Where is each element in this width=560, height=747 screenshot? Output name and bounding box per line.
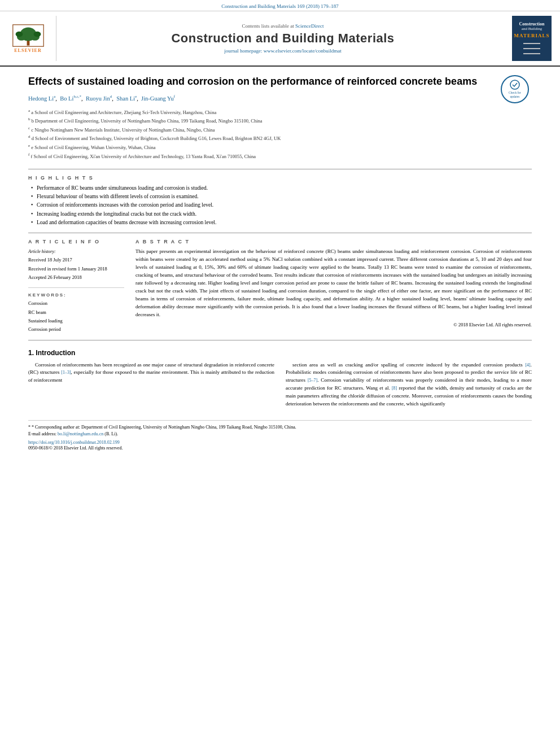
info-abstract-section: A R T I C L E I N F O Article history: R… [28,239,532,334]
issn-line: 0950-0618/© 2018 Elsevier Ltd. All right… [28,445,532,452]
doi-line[interactable]: https://doi.org/10.1016/j.conbuildmat.20… [28,440,532,445]
ref-8: [8] [392,386,397,391]
affiliations-block: a a School of Civil Engineering and Arch… [28,108,492,160]
affiliation-a: a a School of Civil Engineering and Arch… [28,108,492,116]
elsevier-brand-text: ELSEVIER [14,48,41,53]
article-title-section: Effects of sustained loading and corrosi… [28,75,532,163]
page: Construction and Building Materials 169 … [0,0,560,747]
authors-line: Hedong Lia, Bo Lib,c,*, Ruoyu Jind, Shan… [28,94,492,103]
journal-header: ELSEVIER Contents lists available at Sci… [0,11,560,67]
article-content: Effects of sustained loading and corrosi… [0,67,560,460]
divider-after-title [28,169,532,169]
check-updates-icon [509,80,520,90]
history-label: Article history: [28,248,124,256]
highlight-item-3: Corrosion of reinforcements increases wi… [31,201,532,209]
revised-date: Received in revised form 1 January 2018 [28,265,124,273]
logo-construction: Construction [514,21,550,27]
logo-materials: MATERIALS [514,33,550,39]
ref-5-7: [5–7] [308,378,317,383]
journal-center-section: Contents lists available at ScienceDirec… [62,16,504,61]
email-name: (B. Li). [104,431,118,436]
introduction-section: 1. Introduction Corrosion of reinforceme… [28,349,532,412]
elsevier-tree-icon [11,24,45,47]
email-address[interactable]: bo.li@nottingham.edu.cn [58,431,103,436]
article-info-col: A R T I C L E I N F O Article history: R… [28,239,124,334]
sciencedirect-link[interactable]: ScienceDirect [295,23,323,29]
keywords-block: Keywords: Corrosion RC beam Sustained lo… [28,292,124,334]
keyword-3: Sustained loading [28,317,124,325]
article-title: Effects of sustained loading and corrosi… [28,75,492,88]
intro-para1: Corrosion of reinforcements has been rec… [28,361,274,385]
highlights-section: H I G H L I G H T S Performance of RC be… [28,175,532,227]
affiliation-f: f f School of Civil Engineering, Xi'an U… [28,152,492,160]
contents-available-line: Contents lists available at ScienceDirec… [242,23,324,29]
author-hedong: Hedong Li [28,95,54,102]
svg-point-7 [510,80,519,89]
divider-after-abstract [28,340,532,340]
copyright-line: © 2018 Elsevier Ltd. All rights reserved… [135,322,532,327]
author-shan: Shan Li [116,95,135,102]
affiliation-b: b b Department of Civil Engineering, Uni… [28,116,492,125]
divider-after-highlights [28,233,532,233]
journal-cover-thumbnail: Construction and Building MATERIALS ▬▬▬▬… [512,16,552,61]
highlights-heading: H I G H L I G H T S [28,175,532,181]
author-bo: Bo Li [60,95,73,102]
article-history-block: Article history: Received 18 July 2017 R… [28,248,124,282]
keywords-list: Corrosion RC beam Sustained loading Corr… [28,299,124,334]
highlight-item-1: Performance of RC beams under simultaneo… [31,184,532,193]
footnotes-section: * * Corresponding author at: Department … [28,420,532,452]
article-history-text: Article history: Received 18 July 2017 R… [28,248,124,282]
ref-1-3: [1–3] [61,370,71,375]
elsevier-logo-section: ELSEVIER [6,16,56,61]
introduction-title: 1. Introduction [28,349,532,357]
keyword-2: RC beam [28,308,124,317]
highlights-list: Performance of RC beams under simultaneo… [28,184,532,227]
article-info-heading: A R T I C L E I N F O [28,239,124,244]
keywords-heading: Keywords: [28,292,124,298]
affiliation-c: c c Ningbo Nottingham New Materials Inst… [28,125,492,134]
keyword-4: Corrosion period [28,325,124,334]
journal-url[interactable]: www.elsevier.com/locate/conbuildmat [264,48,342,54]
svg-point-5 [33,31,41,37]
abstract-text: This paper presents an experimental inve… [135,248,532,318]
affiliation-e: e e School of Civil Engineering, Wuhan U… [28,143,492,151]
check-updates-circle: Check for updates [501,75,529,103]
journal-homepage-line: journal homepage: www.elsevier.com/locat… [224,48,341,54]
corresponding-author-note: * * Corresponding author at: Department … [28,424,532,431]
highlight-item-4: Increasing loading extends the longitudi… [31,210,532,219]
intro-left-col: Corrosion of reinforcements has been rec… [28,361,274,412]
logo-and-building: and Building [514,27,550,31]
introduction-body: Corrosion of reinforcements has been rec… [28,361,532,412]
received-date: Received 18 July 2017 [28,256,124,264]
corresponding-text: * Corresponding author at: Department of… [32,425,296,430]
author-ruoyu: Ruoyu Jin [86,95,110,102]
keyword-1: Corrosion [28,299,124,308]
intro-right-col: section area as well as cracking and/or … [286,361,532,412]
journal-citation: Construction and Building Materials 169 … [221,3,338,9]
divider-in-info [28,287,124,288]
author-jinguang: Jin-Guang Yu [141,95,174,102]
email-label: E-mail address: [28,431,56,436]
journal-citation-bar: Construction and Building Materials 169 … [0,0,560,11]
ref-4: [4] [525,362,530,368]
affiliation-d: d d School of Environment and Technology… [28,134,492,142]
check-updates-badge: Check for updates [501,75,532,106]
email-note: E-mail address: bo.li@nottingham.edu.cn … [28,431,532,438]
journal-title: Construction and Building Materials [171,31,394,46]
abstract-heading: A B S T R A C T [135,239,532,244]
journal-logo-right: Construction and Building MATERIALS ▬▬▬▬… [509,16,554,61]
article-title-block: Effects of sustained loading and corrosi… [28,75,492,160]
abstract-col: A B S T R A C T This paper presents an e… [135,239,532,334]
highlight-item-2: Flexural behaviour of beams with differe… [31,193,532,201]
highlight-item-5: Load and deformation capacities of beams… [31,219,532,227]
accepted-date: Accepted 26 February 2018 [28,273,124,282]
intro-para2: section area as well as cracking and/or … [286,361,532,409]
svg-point-4 [15,31,23,37]
